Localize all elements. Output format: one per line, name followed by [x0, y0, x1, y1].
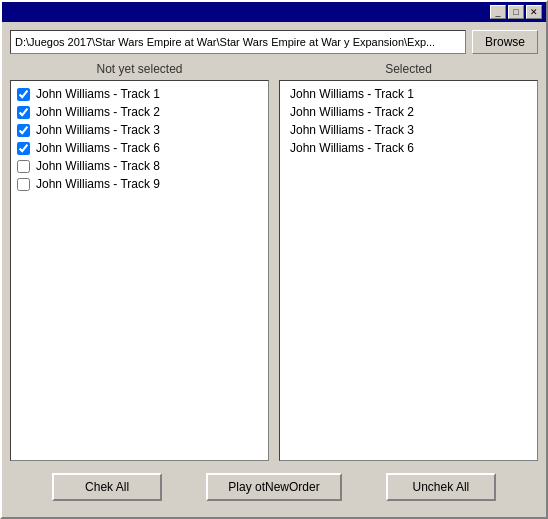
play-button[interactable]: Play otNewOrder [206, 473, 341, 501]
maximize-button[interactable]: □ [508, 5, 524, 19]
close-button[interactable]: ✕ [526, 5, 542, 19]
list-item[interactable]: John Williams - Track 6 [13, 139, 266, 157]
selected-list-item: John Williams - Track 2 [282, 103, 535, 121]
buttons-row: Chek All Play otNewOrder Unchek All [10, 469, 538, 509]
selected-list-item: John Williams - Track 3 [282, 121, 535, 139]
browse-button[interactable]: Browse [472, 30, 538, 54]
path-input[interactable] [10, 30, 466, 54]
track-label: John Williams - Track 2 [36, 105, 160, 119]
list-item[interactable]: John Williams - Track 3 [13, 121, 266, 139]
track-label: John Williams - Track 6 [36, 141, 160, 155]
track-checkbox[interactable] [17, 124, 30, 137]
selected-panel: Selected John Williams - Track 1John Wil… [279, 62, 538, 461]
not-yet-selected-panel: Not yet selected John Williams - Track 1… [10, 62, 269, 461]
list-item[interactable]: John Williams - Track 8 [13, 157, 266, 175]
check-all-button[interactable]: Chek All [52, 473, 162, 501]
track-checkbox[interactable] [17, 142, 30, 155]
not-yet-selected-listbox[interactable]: John Williams - Track 1John Williams - T… [10, 80, 269, 461]
content-area: Browse Not yet selected John Williams - … [2, 22, 546, 517]
track-checkbox[interactable] [17, 178, 30, 191]
track-checkbox[interactable] [17, 106, 30, 119]
track-label: John Williams - Track 3 [36, 123, 160, 137]
minimize-button[interactable]: _ [490, 5, 506, 19]
list-item[interactable]: John Williams - Track 1 [13, 85, 266, 103]
track-label: John Williams - Track 8 [36, 159, 160, 173]
track-label: John Williams - Track 9 [36, 177, 160, 191]
not-yet-selected-label: Not yet selected [10, 62, 269, 76]
main-window: _ □ ✕ Browse Not yet selected John Willi… [0, 0, 548, 519]
track-checkbox[interactable] [17, 88, 30, 101]
selected-label: Selected [279, 62, 538, 76]
uncheck-all-button[interactable]: Unchek All [386, 473, 496, 501]
list-item[interactable]: John Williams - Track 9 [13, 175, 266, 193]
lists-container: Not yet selected John Williams - Track 1… [10, 62, 538, 461]
path-row: Browse [10, 30, 538, 54]
selected-list-item: John Williams - Track 1 [282, 85, 535, 103]
selected-listbox: John Williams - Track 1John Williams - T… [279, 80, 538, 461]
title-bar-controls: _ □ ✕ [490, 5, 542, 19]
title-bar: _ □ ✕ [2, 2, 546, 22]
track-label: John Williams - Track 1 [36, 87, 160, 101]
selected-list-item: John Williams - Track 6 [282, 139, 535, 157]
list-item[interactable]: John Williams - Track 2 [13, 103, 266, 121]
track-checkbox[interactable] [17, 160, 30, 173]
